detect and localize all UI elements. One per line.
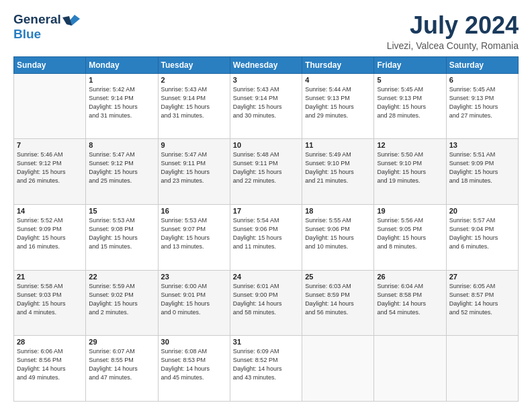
day-info: Sunrise: 5:43 AMSunset: 9:14 PMDaylight:…: [161, 85, 227, 120]
weekday-header-monday: Monday: [86, 56, 158, 73]
day-number: 1: [89, 76, 154, 84]
svg-marker-1: [62, 16, 72, 26]
day-info: Sunrise: 6:08 AMSunset: 8:53 PMDaylight:…: [161, 347, 227, 382]
calendar-cell: [446, 336, 518, 402]
day-number: 3: [233, 76, 299, 84]
day-info: Sunrise: 6:09 AMSunset: 8:52 PMDaylight:…: [233, 347, 299, 382]
day-info: Sunrise: 5:56 AMSunset: 9:05 PMDaylight:…: [377, 216, 443, 251]
calendar-cell: 25Sunrise: 6:03 AMSunset: 8:59 PMDayligh…: [302, 270, 374, 336]
day-number: 18: [305, 207, 371, 215]
calendar-cell: 2Sunrise: 5:43 AMSunset: 9:14 PMDaylight…: [158, 73, 230, 139]
day-number: 23: [161, 273, 227, 281]
calendar-cell: 15Sunrise: 5:53 AMSunset: 9:08 PMDayligh…: [86, 204, 158, 270]
day-number: 15: [89, 207, 154, 215]
calendar-cell: 28Sunrise: 6:06 AMSunset: 8:56 PMDayligh…: [14, 336, 86, 402]
day-number: 22: [89, 273, 154, 281]
day-number: 9: [161, 141, 227, 149]
calendar-cell: 8Sunrise: 5:47 AMSunset: 9:12 PMDaylight…: [86, 139, 158, 205]
calendar-cell: 26Sunrise: 6:04 AMSunset: 8:58 PMDayligh…: [374, 270, 446, 336]
calendar-cell: 22Sunrise: 5:59 AMSunset: 9:02 PMDayligh…: [86, 270, 158, 336]
calendar-cell: 19Sunrise: 5:56 AMSunset: 9:05 PMDayligh…: [374, 204, 446, 270]
day-number: 21: [17, 273, 83, 281]
logo-blue: Blue: [13, 27, 41, 41]
calendar-week-3: 14Sunrise: 5:52 AMSunset: 9:09 PMDayligh…: [14, 204, 519, 270]
day-number: 30: [161, 338, 227, 346]
day-info: Sunrise: 5:50 AMSunset: 9:10 PMDaylight:…: [377, 150, 443, 185]
day-number: 11: [305, 141, 371, 149]
day-info: Sunrise: 6:06 AMSunset: 8:56 PMDaylight:…: [17, 347, 83, 382]
day-info: Sunrise: 5:48 AMSunset: 9:11 PMDaylight:…: [233, 150, 299, 185]
calendar-cell: 11Sunrise: 5:49 AMSunset: 9:10 PMDayligh…: [302, 139, 374, 205]
day-number: 12: [377, 141, 443, 149]
day-number: 24: [233, 273, 299, 281]
day-info: Sunrise: 5:52 AMSunset: 9:09 PMDaylight:…: [17, 216, 83, 251]
calendar-week-2: 7Sunrise: 5:46 AMSunset: 9:12 PMDaylight…: [14, 139, 519, 205]
location: Livezi, Valcea County, Romania: [387, 40, 519, 51]
calendar-cell: 20Sunrise: 5:57 AMSunset: 9:04 PMDayligh…: [446, 204, 518, 270]
day-info: Sunrise: 5:45 AMSunset: 9:13 PMDaylight:…: [377, 85, 443, 120]
calendar-week-1: 1Sunrise: 5:42 AMSunset: 9:14 PMDaylight…: [14, 73, 519, 139]
day-info: Sunrise: 5:43 AMSunset: 9:14 PMDaylight:…: [233, 85, 299, 120]
weekday-header-friday: Friday: [374, 56, 446, 73]
calendar-week-5: 28Sunrise: 6:06 AMSunset: 8:56 PMDayligh…: [14, 336, 519, 402]
weekday-header-wednesday: Wednesday: [230, 56, 302, 73]
calendar-cell: 5Sunrise: 5:45 AMSunset: 9:13 PMDaylight…: [374, 73, 446, 139]
day-number: 16: [161, 207, 227, 215]
day-number: 17: [233, 207, 299, 215]
day-info: Sunrise: 5:57 AMSunset: 9:04 PMDaylight:…: [449, 216, 515, 251]
calendar-cell: 10Sunrise: 5:48 AMSunset: 9:11 PMDayligh…: [230, 139, 302, 205]
day-info: Sunrise: 5:55 AMSunset: 9:06 PMDaylight:…: [305, 216, 371, 251]
day-info: Sunrise: 5:51 AMSunset: 9:09 PMDaylight:…: [449, 150, 515, 185]
title-block: July 2024 Livezi, Valcea County, Romania: [387, 12, 519, 51]
calendar-cell: 14Sunrise: 5:52 AMSunset: 9:09 PMDayligh…: [14, 204, 86, 270]
day-number: 7: [17, 141, 83, 149]
day-number: 8: [89, 141, 154, 149]
day-info: Sunrise: 5:49 AMSunset: 9:10 PMDaylight:…: [305, 150, 371, 185]
calendar-cell: 6Sunrise: 5:45 AMSunset: 9:13 PMDaylight…: [446, 73, 518, 139]
calendar-week-4: 21Sunrise: 5:58 AMSunset: 9:03 PMDayligh…: [14, 270, 519, 336]
day-info: Sunrise: 5:46 AMSunset: 9:12 PMDaylight:…: [17, 150, 83, 185]
weekday-header-row: SundayMondayTuesdayWednesdayThursdayFrid…: [14, 56, 519, 73]
calendar-table: SundayMondayTuesdayWednesdayThursdayFrid…: [13, 56, 519, 402]
day-info: Sunrise: 6:00 AMSunset: 9:01 PMDaylight:…: [161, 282, 227, 317]
logo: General Blue: [13, 12, 80, 42]
day-number: 14: [17, 207, 83, 215]
day-number: 26: [377, 273, 443, 281]
day-info: Sunrise: 6:04 AMSunset: 8:58 PMDaylight:…: [377, 282, 443, 317]
calendar-cell: 29Sunrise: 6:07 AMSunset: 8:55 PMDayligh…: [86, 336, 158, 402]
day-info: Sunrise: 5:59 AMSunset: 9:02 PMDaylight:…: [89, 282, 154, 317]
day-number: 29: [89, 338, 154, 346]
day-number: 27: [449, 273, 515, 281]
day-number: 4: [305, 76, 371, 84]
page-header: General Blue July 2024 Livezi, Valcea Co…: [13, 12, 519, 51]
weekday-header-thursday: Thursday: [302, 56, 374, 73]
day-number: 10: [233, 141, 299, 149]
calendar-cell: 23Sunrise: 6:00 AMSunset: 9:01 PMDayligh…: [158, 270, 230, 336]
calendar-cell: [374, 336, 446, 402]
calendar-cell: 18Sunrise: 5:55 AMSunset: 9:06 PMDayligh…: [302, 204, 374, 270]
day-number: 28: [17, 338, 83, 346]
day-number: 31: [233, 338, 299, 346]
day-info: Sunrise: 6:07 AMSunset: 8:55 PMDaylight:…: [89, 347, 154, 382]
calendar-cell: 27Sunrise: 6:05 AMSunset: 8:57 PMDayligh…: [446, 270, 518, 336]
day-info: Sunrise: 6:05 AMSunset: 8:57 PMDaylight:…: [449, 282, 515, 317]
day-number: 20: [449, 207, 515, 215]
day-info: Sunrise: 5:47 AMSunset: 9:11 PMDaylight:…: [161, 150, 227, 185]
day-info: Sunrise: 5:53 AMSunset: 9:08 PMDaylight:…: [89, 216, 154, 251]
day-info: Sunrise: 5:45 AMSunset: 9:13 PMDaylight:…: [449, 85, 515, 120]
day-number: 19: [377, 207, 443, 215]
calendar-cell: 31Sunrise: 6:09 AMSunset: 8:52 PMDayligh…: [230, 336, 302, 402]
calendar-cell: 1Sunrise: 5:42 AMSunset: 9:14 PMDaylight…: [86, 73, 158, 139]
day-number: 6: [449, 76, 515, 84]
calendar-cell: 12Sunrise: 5:50 AMSunset: 9:10 PMDayligh…: [374, 139, 446, 205]
logo-general: General: [13, 12, 61, 27]
day-info: Sunrise: 5:44 AMSunset: 9:13 PMDaylight:…: [305, 85, 371, 120]
month-year: July 2024: [387, 12, 519, 39]
weekday-header-sunday: Sunday: [14, 56, 86, 73]
calendar-cell: 30Sunrise: 6:08 AMSunset: 8:53 PMDayligh…: [158, 336, 230, 402]
day-info: Sunrise: 5:54 AMSunset: 9:06 PMDaylight:…: [233, 216, 299, 251]
day-info: Sunrise: 6:03 AMSunset: 8:59 PMDaylight:…: [305, 282, 371, 317]
calendar-cell: 24Sunrise: 6:01 AMSunset: 9:00 PMDayligh…: [230, 270, 302, 336]
calendar-cell: 13Sunrise: 5:51 AMSunset: 9:09 PMDayligh…: [446, 139, 518, 205]
day-info: Sunrise: 5:47 AMSunset: 9:12 PMDaylight:…: [89, 150, 154, 185]
